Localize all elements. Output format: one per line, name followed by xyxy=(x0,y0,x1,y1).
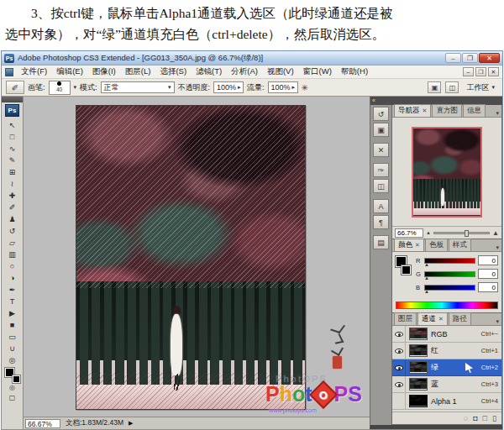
navigator-zoom-slider[interactable] xyxy=(433,232,490,234)
tab-close-icon[interactable]: ✕ xyxy=(415,242,420,249)
clone-source-panel-icon[interactable]: ◫ xyxy=(373,179,389,193)
quick-mask-button[interactable]: ◎ xyxy=(5,383,20,393)
hand-tool[interactable]: ∪ xyxy=(4,343,21,354)
tool-presets-panel-icon[interactable]: ✕ xyxy=(373,143,389,157)
dodge-tool[interactable]: ◑ xyxy=(4,272,21,284)
visibility-cell[interactable] xyxy=(392,343,406,359)
current-tool-icon[interactable]: ✐ xyxy=(6,81,24,94)
info-panel-icon[interactable]: ▣ xyxy=(373,123,389,137)
panel-background-swatch[interactable] xyxy=(402,265,411,275)
opacity-field[interactable]: 100% ▸ xyxy=(213,81,244,93)
minimize-button[interactable]: – xyxy=(445,53,461,63)
menu-window[interactable]: 窗口(W) xyxy=(299,66,336,78)
channel-row-alpha1[interactable]: Alpha 1 Ctrl+4 xyxy=(392,393,501,410)
navigator-view-box[interactable] xyxy=(412,127,482,218)
green-slider[interactable]: ▲ xyxy=(424,271,475,277)
brushes-panel-icon[interactable]: ✑ xyxy=(373,163,389,177)
channel-row-blue[interactable]: 蓝 Ctrl+3 xyxy=(392,376,501,393)
workspace-menu[interactable]: 工作区 ▾ xyxy=(463,81,498,94)
marquee-tool[interactable]: □ xyxy=(4,131,21,143)
save-selection-icon[interactable]: ◘ xyxy=(473,414,477,422)
menu-layer[interactable]: 图层(L) xyxy=(121,66,155,78)
tab-layers[interactable]: 图层 xyxy=(394,312,417,325)
toggle-palettes-icon[interactable]: ▣ xyxy=(428,81,441,93)
collapse-dock-icon[interactable]: « xyxy=(370,97,391,105)
color-spectrum-ramp[interactable] xyxy=(396,302,498,309)
visibility-cell[interactable] xyxy=(392,393,406,409)
menu-filter[interactable]: 滤镜(T) xyxy=(192,66,226,78)
move-tool[interactable]: ↖ xyxy=(4,119,21,131)
zoom-slider-thumb[interactable] xyxy=(465,230,469,237)
visibility-cell[interactable] xyxy=(392,326,406,342)
screen-mode-button[interactable]: ▢ xyxy=(5,393,20,403)
healing-brush-tool[interactable]: ✚ xyxy=(4,190,21,202)
lasso-tool[interactable]: ∿ xyxy=(4,143,21,155)
quick-selection-tool[interactable]: ✎ xyxy=(4,155,21,166)
slider-thumb-icon[interactable]: ▲ xyxy=(424,275,429,281)
doc-close-button[interactable]: ✕ xyxy=(488,67,499,76)
character-panel-icon[interactable]: A xyxy=(373,199,389,213)
airbrush-toggle-icon[interactable]: ✳ xyxy=(302,83,308,92)
type-tool[interactable]: T xyxy=(4,296,21,307)
zoom-tool[interactable]: ◎ xyxy=(4,354,21,366)
zoom-in-icon[interactable]: ▲ xyxy=(492,229,499,237)
tab-close-icon[interactable]: ✕ xyxy=(438,316,444,322)
clone-stamp-tool[interactable]: ♟ xyxy=(4,213,21,225)
green-value-field[interactable]: 0 xyxy=(478,269,498,279)
slider-thumb-icon[interactable]: ▲ xyxy=(424,262,429,267)
menu-view[interactable]: 视图(V) xyxy=(263,66,298,78)
tab-paths[interactable]: 路径 xyxy=(449,312,471,325)
toolbox-grip[interactable] xyxy=(2,97,23,102)
tab-channels[interactable]: 通道 ✕ xyxy=(417,312,448,325)
menu-image[interactable]: 图像(I) xyxy=(88,66,120,78)
doc-restore-button[interactable]: ❐ xyxy=(475,67,486,76)
close-button[interactable]: ✕ xyxy=(479,53,500,63)
brush-caret-icon[interactable]: ▾ xyxy=(74,84,77,91)
menu-help[interactable]: 帮助(H) xyxy=(337,66,372,78)
visibility-cell[interactable] xyxy=(392,376,406,392)
path-selection-tool[interactable]: ▶ xyxy=(4,307,21,319)
brush-preset-picker[interactable]: 40 xyxy=(49,81,71,95)
channel-row-rgb[interactable]: RGB Ctrl+~ xyxy=(392,326,501,343)
blur-tool[interactable]: ○ xyxy=(4,260,21,272)
tab-color[interactable]: 颜色 ✕ xyxy=(394,239,424,251)
status-arrow-icon[interactable]: ▶ xyxy=(129,420,133,427)
channel-row-red[interactable]: 红 Ctrl+1 xyxy=(392,343,501,359)
tab-swatches[interactable]: 色板 xyxy=(425,239,448,251)
slider-thumb-icon[interactable]: ▲ xyxy=(424,289,429,294)
navigator-zoom-field[interactable]: 66.7% xyxy=(395,228,423,238)
load-selection-icon[interactable]: ◌ xyxy=(464,414,468,422)
history-panel-icon[interactable]: ↺ xyxy=(373,107,389,121)
mode-select[interactable]: 正常 ▾ xyxy=(101,81,175,93)
crop-tool[interactable]: ⊞ xyxy=(4,166,21,178)
menu-select[interactable]: 选择(S) xyxy=(155,66,191,78)
blue-slider[interactable]: ▲ xyxy=(424,285,475,291)
tab-styles[interactable]: 样式 xyxy=(449,239,471,251)
panel-menu-icon[interactable]: ▾ xyxy=(496,244,500,251)
zoom-level-field[interactable]: 66.67% xyxy=(25,419,60,428)
shape-tool[interactable]: ■ xyxy=(4,319,21,331)
eyedropper-tool[interactable]: ≀ xyxy=(4,178,21,190)
delete-channel-icon[interactable]: ▯ xyxy=(492,414,496,422)
visibility-cell[interactable] xyxy=(392,359,406,375)
go-to-bridge-icon[interactable]: ◫ xyxy=(445,81,459,93)
pen-tool[interactable]: ✒ xyxy=(4,284,21,296)
brush-tool[interactable]: ✐ xyxy=(4,202,21,213)
notes-tool[interactable]: ▭ xyxy=(4,331,21,343)
background-color-swatch[interactable] xyxy=(13,375,20,383)
menu-edit[interactable]: 编辑(E) xyxy=(52,66,87,78)
menu-analysis[interactable]: 分析(A) xyxy=(227,66,262,78)
doc-minimize-button[interactable]: – xyxy=(463,67,474,76)
blue-value-field[interactable]: 0 xyxy=(478,282,498,292)
tab-info[interactable]: 信息 xyxy=(463,104,486,117)
panel-menu-icon[interactable]: ▾ xyxy=(496,110,500,117)
menu-file[interactable]: 文件(F) xyxy=(17,66,51,78)
paragraph-panel-icon[interactable]: ¶ xyxy=(373,215,389,229)
eraser-tool[interactable]: ▱ xyxy=(4,237,21,249)
zoom-out-icon[interactable]: ▲ xyxy=(426,230,431,235)
tab-navigator[interactable]: 导航器 ✕ xyxy=(394,104,431,117)
maximize-button[interactable]: ❐ xyxy=(462,53,478,63)
gradient-tool[interactable]: ▥ xyxy=(4,249,21,260)
red-value-field[interactable]: 0 xyxy=(478,255,498,265)
canvas-image[interactable] xyxy=(76,105,306,410)
